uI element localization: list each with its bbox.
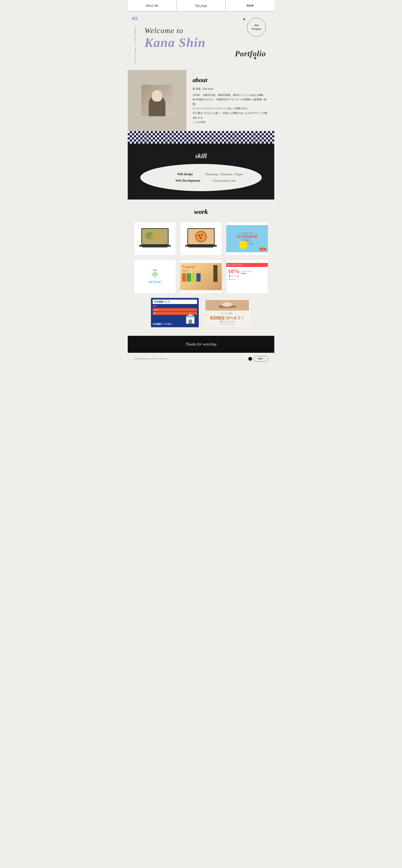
salon-card: オープン記念 初回限定 50%オフ！ ☎ 01234-56-7890: [203, 298, 251, 327]
about-name: 新 加奈 - Shin Kana: [193, 87, 268, 91]
about-text: about 新 加奈 - Shin Kana 1994年、宮崎市出身。高校卒業後…: [186, 70, 274, 131]
cashback-main: 10% 還ってくる 7/14(日)〜17(水)期間限定: [226, 267, 268, 279]
work-item-4[interactable]: ociete: [134, 259, 176, 293]
cashback-card: キャッシュバック 10% 還ってくる 7/14(日)〜17(水)期間限定 CAS…: [226, 263, 268, 290]
designer-badge: Web Designer: [247, 18, 266, 37]
svg-marker-18: [185, 313, 195, 317]
skill-items-design: Photoshop／Illustrator／Figma: [206, 173, 243, 176]
skill-title-dev: Web Development: [167, 179, 200, 183]
house-date1: 1/14: [153, 308, 197, 311]
house-card: 住宅相談フェア 2024 1/14 18 住宅相談フェア2024: [151, 298, 199, 327]
nav-work[interactable]: Work: [225, 0, 274, 11]
salon-hours: [220, 324, 234, 324]
svg-point-4: [151, 234, 159, 240]
copyright: All Rights Reserved 2024 © Kana Shin: [134, 358, 167, 360]
work-item-3[interactable]: max80%off SUMMER SALE 7.17sat ～ .25sun c…: [226, 222, 268, 255]
skill-row-design: Web design Photoshop／Illustrator／Figma: [159, 172, 243, 176]
laptop1-svg: [138, 227, 172, 250]
summer-sale-card: max80%off SUMMER SALE 7.17sat ～ .25sun c…: [226, 225, 268, 252]
thanks-text: Thanks for watching: [186, 342, 216, 346]
svg-rect-14: [185, 245, 217, 247]
svg-rect-20: [189, 319, 192, 324]
work-grid-bottom: 住宅相談フェア 2024 1/14 18 住宅相談フェア2024: [134, 298, 268, 328]
cashback-percent: 10%: [228, 268, 240, 275]
work-grid-top: max80%off SUMMER SALE 7.17sat ～ .25sun c…: [134, 222, 268, 293]
skill-title-design: Web design: [159, 172, 193, 176]
cashback-dates: 7/14(日)〜17(水)期間限定: [241, 271, 251, 275]
scroll-text: scroll down · scroll down ·: [134, 25, 136, 64]
work-item-8[interactable]: オープン記念 初回限定 50%オフ！ ☎ 01234-56-7890: [203, 298, 251, 328]
tropical-card: Tropical Party: [180, 263, 222, 290]
ociete-text: ociete: [149, 279, 161, 284]
house-header: 住宅相談フェア: [153, 300, 197, 304]
hero-section: KS ✦ Web Designer Welcome to Kana Shin P…: [128, 11, 274, 70]
svg-point-11: [198, 235, 200, 237]
skill-section: skill Web design Photoshop／Illustrator／F…: [128, 144, 274, 199]
nav-top[interactable]: Top page: [177, 0, 226, 11]
work-item-1[interactable]: [134, 222, 176, 255]
ociete-icon: [150, 269, 160, 278]
hero-portfolio: Portfolio: [145, 49, 266, 58]
profile-image: [141, 85, 173, 116]
svg-rect-5: [139, 245, 171, 247]
work-item-7[interactable]: 住宅相談フェア 2024 1/14 18 住宅相談フェア2024: [151, 298, 199, 328]
skill-oval: Web design Photoshop／Illustrator／Figma W…: [140, 164, 262, 191]
footer-bottom: All Rights Reserved 2024 © Kana Shin TOP…: [128, 353, 274, 365]
badge-line2: Designer: [251, 27, 261, 31]
sale-circle: [239, 241, 247, 249]
nav-about[interactable]: About Me: [128, 0, 177, 11]
sale-badge: click!: [259, 248, 266, 251]
salon-svg: [219, 301, 236, 310]
badge-line1: Web: [254, 24, 259, 27]
work-item-5[interactable]: Tropical Party: [180, 259, 222, 293]
about-bio: 1994年、宮崎市出身。高校卒業後、県内のイベント会社に就職。約1年務めたのちに…: [193, 93, 268, 125]
star2-icon: ✦: [253, 55, 257, 62]
salon-phone: ☎ 01234-56-7890: [220, 320, 235, 322]
work-item-6[interactable]: キャッシュバック 10% 還ってくる 7/14(日)〜17(水)期間限定 CAS…: [226, 259, 268, 293]
star-icon: ✦: [243, 17, 246, 22]
footer-thanks: Thanks for watching: [128, 336, 274, 353]
salon-discount: 初回限定 50%オフ！: [210, 315, 245, 320]
ociete-svg: [150, 269, 160, 278]
about-heading: about: [193, 76, 268, 84]
svg-point-17: [154, 276, 156, 278]
hero-logo: KS: [132, 16, 137, 21]
about-section: about 新 加奈 - Shin Kana 1994年、宮崎市出身。高校卒業後…: [128, 70, 274, 131]
svg-point-13: [199, 237, 202, 239]
top-dot: [248, 357, 252, 361]
top-button-area: TOP ↑: [248, 356, 268, 362]
work-section: work: [128, 199, 274, 336]
about-photo: [128, 70, 186, 131]
house-svg: [184, 312, 196, 325]
cashback-header: キャッシュバック: [226, 263, 268, 267]
svg-point-12: [201, 234, 203, 236]
salon-image: [206, 300, 249, 310]
navigation: About Me Top page Work: [128, 0, 274, 11]
ociete-card: ociete: [137, 263, 173, 290]
sale-title: SUMMER: [237, 234, 257, 239]
house-year: 2024: [153, 305, 197, 307]
laptop2-svg: [184, 227, 218, 250]
house-illustration: [184, 312, 196, 325]
svg-point-23: [225, 302, 229, 305]
checker-divider: [128, 131, 274, 144]
svg-rect-6: [143, 247, 167, 247]
skill-items-dev: Visual Studio Code: [213, 179, 236, 183]
skill-row-dev: Web Development Visual Studio Code: [167, 179, 236, 183]
cashback-label: 還ってくる: [228, 275, 240, 278]
cashback-detail: CASH BACK: [226, 279, 268, 280]
hero-name: Kana Shin: [145, 36, 266, 49]
svg-point-10: [196, 232, 206, 241]
work-heading: work: [134, 208, 268, 216]
work-item-2[interactable]: [180, 222, 222, 255]
salon-open: オープン記念: [221, 312, 233, 315]
skill-heading: skill: [132, 152, 270, 160]
top-button[interactable]: TOP ↑: [254, 356, 268, 362]
bottle-shape: [213, 265, 218, 282]
svg-rect-15: [188, 247, 214, 247]
